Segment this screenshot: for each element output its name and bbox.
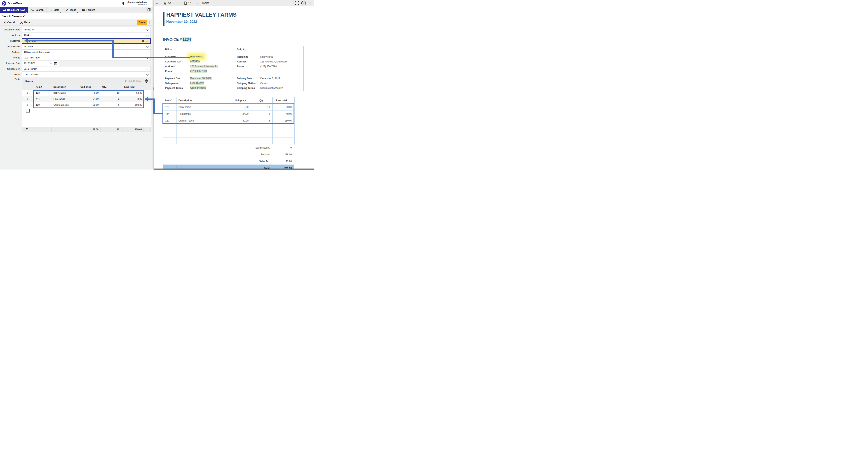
invoice-number-highlight: 1234 bbox=[182, 37, 191, 41]
store-button[interactable]: Store bbox=[137, 20, 147, 25]
notifications-button[interactable] bbox=[119, 0, 127, 7]
col-header-item: Item# bbox=[33, 84, 52, 90]
clear-field-icon[interactable]: ✕ bbox=[142, 40, 144, 42]
sigma-icon: Σ bbox=[22, 127, 33, 132]
toolbar-divider bbox=[143, 79, 143, 83]
col-header-qty: Qty. bbox=[101, 84, 122, 90]
subtotal-row: Subtotal 278.00 bbox=[163, 151, 294, 158]
reset-icon: ✕ bbox=[20, 21, 23, 24]
table-settings-icon[interactable] bbox=[145, 79, 149, 83]
table-toolbar: 3 rows Autofill Table bbox=[22, 78, 151, 84]
payment-due-field[interactable]: 2022/12/30 bbox=[22, 61, 59, 66]
zoom-in-icon[interactable]: + bbox=[301, 1, 306, 5]
more-options-icon[interactable]: ⋮ bbox=[147, 21, 152, 24]
list-icon bbox=[50, 8, 53, 11]
splitter-grip-icon[interactable] bbox=[153, 87, 154, 90]
address-field[interactable]: 123 Avenue A, Metropolis bbox=[22, 50, 151, 55]
chevron-down-icon[interactable] bbox=[146, 28, 149, 31]
table-header-row: Item# Description Unit price Qty. Line t… bbox=[22, 84, 151, 90]
cancel-button[interactable]: Cancel bbox=[4, 21, 14, 24]
field-label: Teams bbox=[0, 72, 20, 77]
field-row-address: Address 123 Avenue A, Metropolis bbox=[0, 50, 152, 55]
next-page-icon[interactable]: › bbox=[192, 0, 195, 6]
table-rows-count: 3 rows bbox=[25, 80, 33, 82]
nav-search[interactable]: Search bbox=[28, 7, 46, 13]
collapse-toolbar-icon[interactable]: ⌄ bbox=[154, 2, 160, 5]
nav-lists[interactable]: Lists bbox=[46, 7, 62, 13]
nav-label: Tasks bbox=[70, 9, 76, 11]
table-row[interactable]: 1 123 Baby chicks 5.00 10 50.00 bbox=[22, 90, 151, 96]
select-all-checkbox[interactable] bbox=[22, 86, 22, 88]
store-dialog-title: Store to "Invoices" bbox=[0, 13, 152, 19]
sum-line-total: 278.00 bbox=[122, 127, 144, 132]
chevron-down-icon[interactable] bbox=[146, 34, 149, 36]
row-status-edge bbox=[22, 102, 22, 108]
user-menu-chevron-icon[interactable]: ⌄ bbox=[148, 2, 152, 5]
bill-ship-table: Bill to Ship to Customer Henry Ross Cust… bbox=[163, 46, 304, 91]
chevron-down-icon[interactable] bbox=[146, 51, 149, 53]
horizontal-scrollbar[interactable] bbox=[154, 169, 314, 170]
calendar-icon[interactable] bbox=[54, 62, 57, 65]
ship-to-title: Ship to bbox=[237, 48, 245, 51]
search-icon bbox=[31, 8, 34, 11]
chevron-down-icon[interactable] bbox=[146, 45, 149, 48]
previous-page-icon[interactable]: ‹ bbox=[181, 0, 184, 6]
chevron-down-icon[interactable] bbox=[50, 62, 52, 64]
chevron-down-icon[interactable] bbox=[146, 73, 149, 76]
store-dialog-panel: DocuWare rina.masaki.admin webinar2 ⌄ Do… bbox=[0, 0, 152, 170]
zoom-out-icon[interactable]: − bbox=[295, 1, 299, 5]
salesperson-field[interactable]: Luca Richter bbox=[22, 66, 151, 72]
table-sum-row: Σ 59.00 18 278.00 bbox=[22, 127, 151, 132]
nav-document-trays[interactable]: Document trays bbox=[0, 7, 28, 13]
nav-label: Search bbox=[36, 9, 43, 11]
app-title: DocuWare bbox=[8, 2, 22, 5]
nav-folders[interactable]: Folders bbox=[79, 7, 98, 13]
chevron-down-icon[interactable] bbox=[146, 40, 148, 42]
nav-label: Lists bbox=[54, 9, 59, 11]
app-root: DocuWare rina.masaki.admin webinar2 ⌄ Do… bbox=[0, 0, 314, 170]
field-row-teams: Teams Cash or check bbox=[0, 72, 152, 77]
viewer-toolbar: ⌄ ‹ 1/1 › « ‹ 1/1 › » invoice − + ✕ bbox=[154, 0, 314, 6]
next-document-icon[interactable]: › bbox=[172, 0, 175, 6]
page-title: Store to "Invoices" bbox=[2, 14, 25, 18]
user-organization: webinar2 bbox=[127, 3, 147, 6]
lightbulb-icon bbox=[124, 80, 127, 83]
document-date: November 30, 2022 bbox=[166, 20, 197, 24]
last-page-icon[interactable]: » bbox=[195, 0, 199, 6]
field-row-document-type: Document Type Invoice In bbox=[0, 27, 152, 32]
total-discount-row: Total Discount 0 bbox=[163, 144, 294, 151]
table-row[interactable]: 2 444 Heat lamps 24.00 2 48.00 bbox=[22, 96, 151, 102]
company-name: HAPPIEST VALLEY FARMS bbox=[166, 11, 237, 18]
field-label: Payment Due bbox=[0, 61, 20, 66]
chevron-down-icon[interactable] bbox=[146, 68, 149, 70]
close-viewer-icon[interactable]: ✕ bbox=[307, 1, 314, 5]
field-row-invoice-number: Invoice # 1234 bbox=[0, 33, 152, 38]
col-header-line-total: Line total bbox=[122, 84, 144, 90]
docuware-logo[interactable]: DocuWare bbox=[0, 1, 22, 6]
panel-splitter[interactable] bbox=[152, 0, 154, 170]
viewer-document-title: invoice bbox=[199, 2, 209, 4]
add-row-button[interactable]: + bbox=[26, 109, 30, 113]
chevron-down-icon bbox=[76, 11, 78, 12]
open-new-window-icon[interactable] bbox=[147, 8, 151, 11]
bill-to-title: Bill to bbox=[165, 48, 172, 51]
reset-button[interactable]: ✕ Reset bbox=[20, 21, 30, 24]
checkmark-icon bbox=[65, 8, 68, 11]
table-row[interactable]: 3 120 Chicken roosts 30.00 6 180.00 bbox=[22, 102, 151, 108]
user-account[interactable]: rina.masaki.admin webinar2 bbox=[127, 1, 148, 6]
store-action-bar: Cancel ✕ Reset Store ⋮ bbox=[0, 19, 152, 26]
page-icon bbox=[184, 1, 187, 5]
previous-document-icon[interactable]: ‹ bbox=[160, 0, 163, 6]
teams-field[interactable]: Cash or check bbox=[22, 72, 151, 77]
chevron-left-icon bbox=[4, 21, 7, 24]
autofill-table-button[interactable]: Autofill Table bbox=[128, 80, 142, 82]
first-page-icon[interactable]: « bbox=[175, 0, 181, 6]
nav-label: Document trays bbox=[7, 9, 25, 11]
nav-tasks[interactable]: Tasks bbox=[62, 7, 79, 13]
page-pager: 1/1 bbox=[187, 2, 192, 4]
document-viewer: ⌄ ‹ 1/1 › « ‹ 1/1 › » invoice − + ✕ bbox=[154, 0, 314, 170]
customer-id-field[interactable]: 8675309 bbox=[22, 44, 151, 49]
invoice-number-field[interactable]: 1234 bbox=[22, 33, 151, 38]
letterhead-bars bbox=[163, 12, 164, 26]
document-type-field[interactable]: Invoice In bbox=[22, 27, 151, 32]
